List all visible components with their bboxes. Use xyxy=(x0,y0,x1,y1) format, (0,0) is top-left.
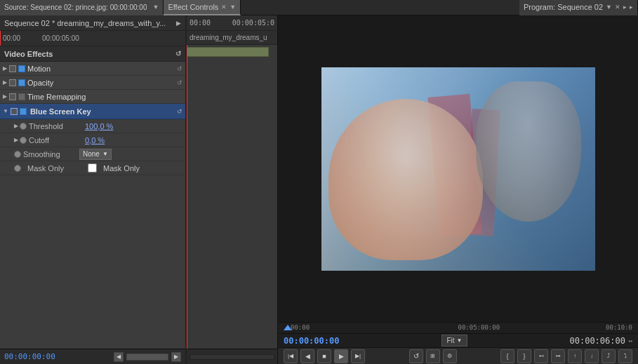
fx-item-opacity[interactable]: ▶ Opacity ↺ xyxy=(0,76,185,90)
program-ruler-t3: 00:10:0 xyxy=(606,324,632,331)
bsk-reset-icon[interactable]: ↺ xyxy=(177,108,182,115)
source-ruler-start: 00:00 xyxy=(3,34,20,42)
program-timecode-extra: ↔ xyxy=(628,337,632,344)
tl-header: 00:00 00:00:05:0 xyxy=(187,15,277,31)
effect-controls-tab-menu-icon[interactable]: ▼ xyxy=(230,4,236,11)
mask-only-label: Mask Only xyxy=(27,164,84,173)
threshold-anim-btn[interactable] xyxy=(20,123,27,130)
smoothing-property: Smoothing None ▼ xyxy=(0,147,185,161)
btn-safe-margin[interactable]: ⊞ xyxy=(426,349,440,363)
fx-item-time-remapping[interactable]: ▶ Time Remapping xyxy=(0,90,185,104)
video-effects-header: Video Effects ↺ xyxy=(0,46,185,62)
btn-stop[interactable]: ■ xyxy=(317,349,331,363)
bsk-expand-icon: ▼ xyxy=(3,108,8,114)
effect-controls-close-icon[interactable]: ✕ xyxy=(221,4,227,11)
program-tab-label: Program: Sequence 02 xyxy=(524,3,603,11)
mask-anim-btn[interactable] xyxy=(14,165,21,172)
effect-controls-tab-label: Effect Controls xyxy=(168,3,218,11)
mask-only-checkbox-label: Mask Only xyxy=(103,164,140,173)
bsk-enabled-checkbox[interactable] xyxy=(20,108,27,115)
program-timecode-current[interactable]: 00:00:00:00 xyxy=(284,336,339,346)
effect-controls-tab[interactable]: Effect Controls ✕ ▼ xyxy=(164,0,241,15)
btn-mark-in[interactable]: { xyxy=(500,349,514,363)
mask-only-checkbox[interactable] xyxy=(88,163,97,173)
source-tab-menu[interactable]: ▼ xyxy=(152,4,159,11)
program-tab-options-icon[interactable]: ▸ xyxy=(623,4,627,11)
fit-dropdown-container: Fit ▼ xyxy=(339,335,569,346)
source-ruler: 00:00 00:00:05:00 xyxy=(0,31,185,46)
program-viewer xyxy=(278,15,638,322)
btn-insert[interactable]: ↑ xyxy=(568,349,582,363)
cutoff-anim-btn[interactable] xyxy=(20,137,27,144)
time-remapping-label: Time Remapping xyxy=(27,93,182,101)
btn-step-forward[interactable]: ▶| xyxy=(351,349,365,363)
source-panel: Sequence 02 * dreaming_my_dreams_with_y.… xyxy=(0,15,186,364)
video-effects-reset-icon[interactable]: ↺ xyxy=(175,50,181,58)
sequence-dropdown-icon[interactable]: ▶ xyxy=(176,20,181,27)
program-ruler-t1: 00:00 xyxy=(291,324,310,331)
btn-play-backward[interactable]: ◀ xyxy=(300,349,314,363)
opacity-expand-icon: ▶ xyxy=(3,79,7,86)
cutoff-value[interactable]: 0,0 % xyxy=(85,136,105,144)
fit-label: Fit xyxy=(446,337,454,344)
btn-output-settings[interactable]: ⚙ xyxy=(443,349,457,363)
opacity-reset-icon[interactable]: ↺ xyxy=(177,79,182,86)
video-frame xyxy=(321,67,595,271)
source-scroll-left[interactable]: ◀ xyxy=(114,352,124,362)
program-tab-close-icon[interactable]: ✕ xyxy=(615,4,620,11)
opacity-enabled-checkbox[interactable] xyxy=(18,79,25,86)
cutoff-expand-icon: ▶ xyxy=(14,137,18,143)
program-panel-tab[interactable]: Program: Sequence 02 ▼ ✕ ▸ ▸ xyxy=(519,0,638,15)
effect-controls-timeline: 00:00 00:00:05:0 dreaming_my_dreams_u xyxy=(186,15,277,364)
program-tab-extra-icon[interactable]: ▸ xyxy=(630,4,633,11)
btn-mark-out[interactable]: } xyxy=(517,349,531,363)
fx-item-motion[interactable]: ▶ Motion ↺ xyxy=(0,62,185,76)
threshold-expand-icon: ▶ xyxy=(14,123,18,129)
video-effects-label: Video Effects xyxy=(4,50,53,58)
time-remapping-visibility-checkbox[interactable] xyxy=(9,93,16,100)
tl-bottom xyxy=(187,349,277,364)
smoothing-anim-btn[interactable] xyxy=(14,151,21,158)
timecode-bar: 00:00:00:00 Fit ▼ 00:00:06:00 ↔ xyxy=(278,334,638,348)
opacity-visibility-checkbox[interactable] xyxy=(9,79,16,86)
btn-overwrite[interactable]: ↓ xyxy=(585,349,599,363)
motion-label: Motion xyxy=(27,65,177,73)
program-ruler-t2: 00:05:00:00 xyxy=(458,324,500,331)
threshold-label: Threshold xyxy=(29,122,85,130)
program-tab-dropdown-icon[interactable]: ▼ xyxy=(606,4,612,11)
top-bar: Source: Sequence 02: prince.jpg: 00:00:0… xyxy=(0,0,638,15)
fit-dropdown[interactable]: Fit ▼ xyxy=(441,335,467,346)
motion-visibility-checkbox[interactable] xyxy=(9,65,16,72)
smoothing-dropdown[interactable]: None ▼ xyxy=(79,149,112,160)
source-ruler-end: 00:00:05:00 xyxy=(42,34,79,42)
btn-goto-in[interactable]: ↤ xyxy=(534,349,548,363)
source-panel-bottom: 00:00:00:00 ◀ ▶ xyxy=(0,349,185,364)
tl-body xyxy=(187,45,277,349)
time-remapping-enabled-checkbox[interactable] xyxy=(18,93,25,100)
time-remapping-expand-icon: ▶ xyxy=(3,93,7,100)
threshold-value[interactable]: 100,0 % xyxy=(85,122,113,130)
threshold-property: ▶ Threshold 100,0 % xyxy=(0,119,185,133)
btn-extract[interactable]: ⤵ xyxy=(618,349,632,363)
video-texture xyxy=(321,67,595,271)
btn-lift[interactable]: ⤴ xyxy=(602,349,616,363)
smoothing-dropdown-icon: ▼ xyxy=(102,151,108,157)
smoothing-label: Smoothing xyxy=(23,150,79,159)
tl-scrollbar[interactable] xyxy=(190,354,274,360)
btn-goto-out[interactable]: ↦ xyxy=(551,349,565,363)
blue-screen-key-header[interactable]: ▼ Blue Screen Key ↺ xyxy=(0,104,185,119)
source-panel-tab[interactable]: Source: Sequence 02: prince.jpg: 00:00:0… xyxy=(0,0,164,15)
btn-loop[interactable]: ↺ xyxy=(409,349,423,363)
btn-step-back[interactable]: |◀ xyxy=(284,349,298,363)
opacity-label: Opacity xyxy=(27,79,177,87)
tl-clip-row: dreaming_my_dreams_u xyxy=(187,31,277,45)
btn-play-forward[interactable]: ▶ xyxy=(334,349,348,363)
source-scrollbar[interactable] xyxy=(126,353,168,360)
source-playhead-line xyxy=(0,31,1,46)
mask-only-property: Mask Only Mask Only xyxy=(0,161,185,175)
bsk-visibility-checkbox[interactable] xyxy=(11,108,18,115)
source-scroll-right[interactable]: ▶ xyxy=(171,352,181,362)
motion-reset-icon[interactable]: ↺ xyxy=(177,65,182,72)
source-timecode: 00:00:00:00 xyxy=(4,352,55,361)
motion-enabled-checkbox[interactable] xyxy=(18,65,25,72)
